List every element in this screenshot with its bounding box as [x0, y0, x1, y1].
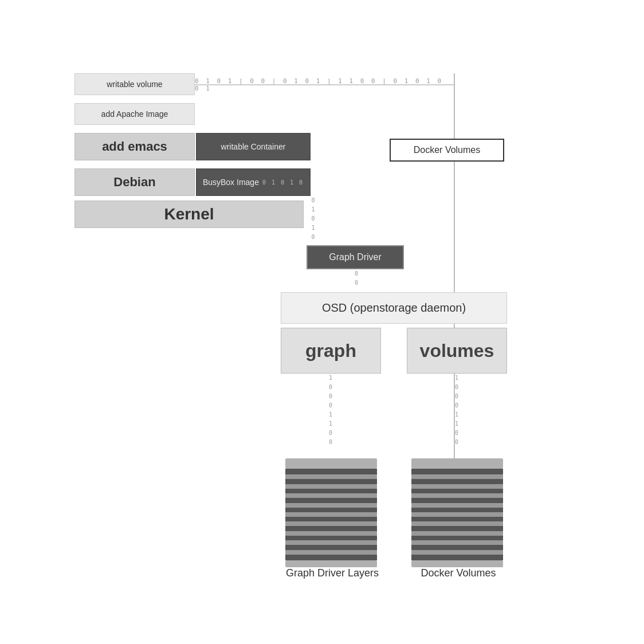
binary-vert-gd: 0 0	[350, 269, 363, 288]
cylinder-bottom	[285, 560, 377, 567]
cylinder-top	[285, 458, 377, 469]
cylinder-body	[285, 469, 377, 560]
layer-debian: Debian	[74, 168, 195, 196]
cylinder-bottom-dv	[411, 560, 503, 567]
cylinder-top-dv	[411, 458, 503, 469]
docker-volumes-top-label: Docker Volumes	[390, 139, 504, 162]
graph-driver-box: Graph Driver	[307, 245, 404, 269]
layer-add-apache: add Apache Image	[74, 103, 195, 125]
cylinder-body-dv	[411, 469, 503, 560]
osd-box: OSD (openstorage daemon)	[281, 292, 507, 324]
graph-subbox: graph	[281, 328, 381, 374]
docker-volumes-bottom-label: Docker Volumes	[395, 567, 521, 579]
layer-writable-container: writable Container	[196, 133, 311, 160]
layer-writable-volume: writable volume	[74, 73, 195, 95]
binary-vert-busybox: 0 1 0 1 0	[307, 196, 320, 242]
docker-volumes-cylinder	[411, 458, 503, 567]
binary-strip-top: 0 1 0 1 | 0 0 | 0 1 0 1 | 1 1 0 0 | 0 1 …	[195, 78, 453, 92]
diagram-container: 0 1 0 1 | 0 0 | 0 1 0 1 | 1 1 0 0 | 0 1 …	[0, 0, 644, 644]
graph-driver-layers-label: Graph Driver Layers	[269, 567, 395, 579]
binary-vert-graph: 1 0 0 0 1 1 0 0	[324, 374, 337, 447]
layer-kernel: Kernel	[74, 201, 304, 228]
binary-vert-volumes: 1 0 0 0 1 1 0 0	[450, 374, 464, 447]
layer-busybox-image: BusyBox Image 0 1 0 1 0	[196, 168, 311, 196]
layer-add-emacs: add emacs	[74, 133, 195, 160]
graph-driver-layers-cylinder	[285, 458, 377, 567]
volumes-subbox: volumes	[407, 328, 507, 374]
